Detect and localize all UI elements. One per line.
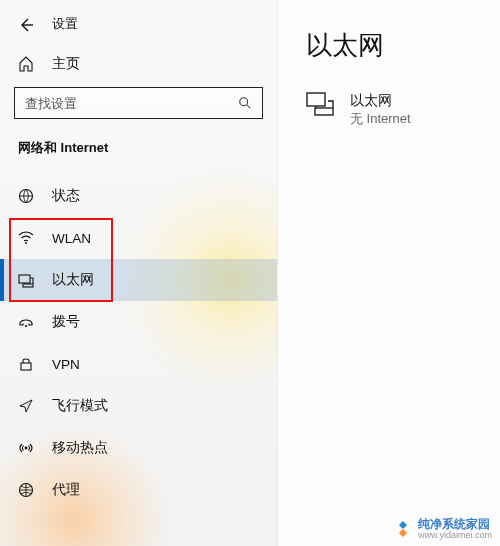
nav-label: WLAN — [52, 231, 91, 246]
wifi-icon — [18, 230, 34, 246]
nav-label: 状态 — [52, 187, 80, 205]
network-item[interactable]: 以太网 无 Internet — [306, 91, 500, 127]
network-status: 无 Internet — [350, 110, 411, 128]
main-content: 以太网 以太网 无 Internet — [278, 0, 500, 546]
vpn-icon — [18, 356, 34, 372]
watermark-title: 纯净系统家园 — [418, 518, 492, 531]
home-button[interactable]: 主页 — [0, 47, 277, 87]
watermark: 纯净系统家园 www.yidaimei.com — [394, 518, 492, 540]
home-icon — [18, 56, 34, 72]
nav-label: 以太网 — [52, 271, 94, 289]
watermark-url: www.yidaimei.com — [418, 531, 492, 540]
search-icon — [238, 96, 252, 110]
watermark-logo-icon — [394, 520, 412, 538]
search-container — [0, 87, 277, 119]
home-label: 主页 — [52, 55, 80, 73]
svg-rect-10 — [315, 108, 333, 115]
svg-rect-4 — [23, 284, 33, 287]
nav-label: 移动热点 — [52, 439, 108, 457]
svg-rect-6 — [21, 363, 31, 370]
section-title: 网络和 Internet — [0, 135, 277, 175]
window-title: 设置 — [52, 16, 78, 33]
proxy-icon — [18, 482, 34, 498]
nav-item-status[interactable]: 状态 — [0, 175, 277, 217]
svg-point-7 — [25, 447, 28, 450]
svg-rect-9 — [307, 93, 325, 106]
ethernet-large-icon — [306, 91, 334, 117]
ethernet-icon — [18, 272, 34, 288]
nav-label: 代理 — [52, 481, 80, 499]
hotspot-icon — [18, 440, 34, 456]
arrow-left-icon — [18, 17, 34, 33]
status-icon — [18, 188, 34, 204]
airplane-icon — [18, 398, 34, 414]
back-button[interactable] — [18, 17, 34, 33]
nav-item-proxy[interactable]: 代理 — [0, 469, 277, 511]
svg-rect-3 — [19, 275, 30, 283]
svg-point-0 — [240, 98, 248, 106]
nav-label: VPN — [52, 357, 80, 372]
nav-list: 状态 WLAN 以太网 拨号 — [0, 175, 277, 511]
network-name: 以太网 — [350, 91, 411, 110]
network-text: 以太网 无 Internet — [350, 91, 411, 127]
nav-label: 拨号 — [52, 313, 80, 331]
nav-item-airplane[interactable]: 飞行模式 — [0, 385, 277, 427]
svg-point-5 — [25, 325, 27, 327]
search-input[interactable] — [25, 96, 238, 111]
header: 设置 — [0, 10, 277, 47]
nav-item-dialup[interactable]: 拨号 — [0, 301, 277, 343]
nav-label: 飞行模式 — [52, 397, 108, 415]
nav-item-vpn[interactable]: VPN — [0, 343, 277, 385]
nav-item-ethernet[interactable]: 以太网 — [0, 259, 277, 301]
nav-item-wlan[interactable]: WLAN — [0, 217, 277, 259]
svg-point-2 — [25, 242, 27, 244]
settings-sidebar: 设置 主页 网络和 Internet 状态 — [0, 0, 278, 546]
page-title: 以太网 — [306, 28, 500, 63]
dialup-icon — [18, 314, 34, 330]
nav-item-hotspot[interactable]: 移动热点 — [0, 427, 277, 469]
search-box[interactable] — [14, 87, 263, 119]
